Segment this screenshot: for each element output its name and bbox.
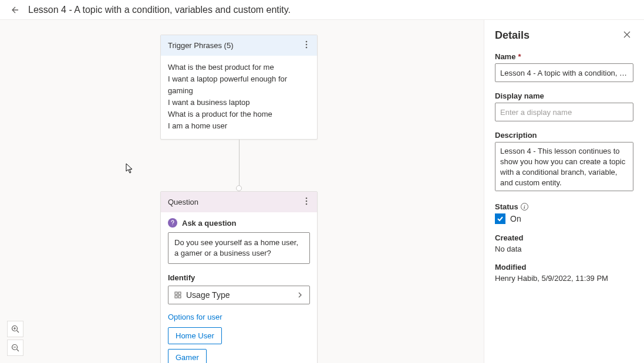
name-field: Name * (495, 52, 633, 82)
svg-rect-7 (178, 292, 181, 294)
details-header: Details (495, 28, 633, 43)
trigger-more-button[interactable] (303, 40, 310, 50)
question-header-label: Question (168, 198, 198, 206)
trigger-node-header: Trigger Phrases (5) (161, 35, 317, 56)
entity-icon (174, 291, 181, 298)
page-title: Lesson 4 - A topic with a condition, var… (28, 5, 291, 15)
check-icon (497, 215, 504, 222)
user-options-list: Home User Gamer Business User (161, 327, 317, 363)
trigger-header-label: Trigger Phrases (5) (168, 41, 234, 50)
trigger-phrases-node[interactable]: Trigger Phrases (5) What is the best pro… (160, 35, 318, 140)
svg-point-3 (306, 198, 308, 199)
question-icon (168, 218, 177, 228)
question-text-input[interactable]: Do you see yourself as a home user, a ga… (168, 232, 310, 264)
close-icon (623, 30, 631, 39)
options-for-user-link[interactable]: Options for user (161, 311, 317, 327)
mouse-cursor-icon (126, 163, 134, 174)
display-name-field: Display name (495, 91, 633, 121)
back-button[interactable] (7, 3, 21, 17)
trigger-phrases-list: What is the best product for me I want a… (161, 56, 317, 139)
authoring-canvas[interactable]: Trigger Phrases (5) What is the best pro… (0, 20, 484, 363)
zoom-in-icon (11, 325, 19, 333)
svg-rect-8 (175, 296, 177, 298)
ask-question-label: Ask a question (182, 219, 236, 228)
created-field: Created No data (495, 233, 633, 253)
arrow-left-icon (9, 5, 19, 15)
modified-value: Henry Habib, 5/9/2022, 11:39 PM (495, 274, 633, 283)
trigger-phrase: What is the best product for me (168, 62, 310, 73)
zoom-out-button[interactable] (7, 340, 23, 356)
option-chip[interactable]: Home User (168, 327, 222, 344)
more-vertical-icon (305, 197, 308, 205)
svg-rect-6 (175, 292, 177, 294)
connector-add-point[interactable] (236, 185, 242, 191)
node-connector (160, 140, 318, 191)
status-text: On (510, 214, 521, 223)
details-title: Details (495, 29, 530, 42)
more-vertical-icon (305, 40, 308, 49)
question-node[interactable]: Question Ask a question Do you see yours… (160, 191, 318, 363)
svg-point-2 (306, 47, 308, 49)
svg-rect-9 (178, 296, 181, 298)
svg-point-0 (306, 41, 308, 43)
modified-field: Modified Henry Habib, 5/9/2022, 11:39 PM (495, 263, 633, 283)
zoom-in-button[interactable] (7, 321, 23, 337)
modified-label: Modified (495, 263, 633, 272)
option-chip[interactable]: Gamer (168, 349, 207, 363)
identify-entity-select[interactable]: Usage Type (168, 286, 310, 304)
created-value: No data (495, 245, 633, 253)
svg-point-4 (306, 201, 308, 202)
question-node-header: Question (161, 192, 317, 212)
description-input[interactable] (495, 142, 633, 191)
zoom-controls (7, 321, 23, 356)
name-input[interactable] (495, 63, 633, 82)
info-icon[interactable]: i (521, 203, 528, 211)
status-label: Status (495, 202, 518, 211)
display-name-label: Display name (495, 91, 633, 100)
status-field: Status i On (495, 202, 633, 224)
close-details-button[interactable] (621, 28, 633, 43)
trigger-phrase: I want a business laptop (168, 97, 310, 108)
identify-label: Identify (161, 271, 317, 286)
svg-point-5 (306, 203, 308, 205)
question-more-button[interactable] (303, 197, 310, 207)
description-label: Description (495, 131, 633, 140)
details-panel: Details Name * Display name Description … (484, 20, 644, 363)
connector-line (239, 140, 240, 186)
chevron-right-icon (296, 291, 304, 298)
identify-value: Usage Type (186, 290, 230, 300)
name-label: Name (495, 52, 515, 61)
ask-question-row: Ask a question (161, 212, 317, 232)
flow-column: Trigger Phrases (5) What is the best pro… (160, 35, 318, 363)
svg-point-1 (306, 44, 308, 46)
status-checkbox[interactable] (495, 213, 505, 224)
page-header: Lesson 4 - A topic with a condition, var… (0, 0, 644, 20)
zoom-out-icon (11, 344, 19, 352)
description-field: Description (495, 131, 633, 193)
required-marker: * (518, 52, 521, 61)
trigger-phrase: I am a home user (168, 120, 310, 132)
trigger-phrase: What is a product for the home (168, 108, 310, 120)
trigger-phrase: I want a laptop powerful enough for gami… (168, 73, 310, 97)
created-label: Created (495, 233, 633, 242)
display-name-input[interactable] (495, 103, 633, 121)
